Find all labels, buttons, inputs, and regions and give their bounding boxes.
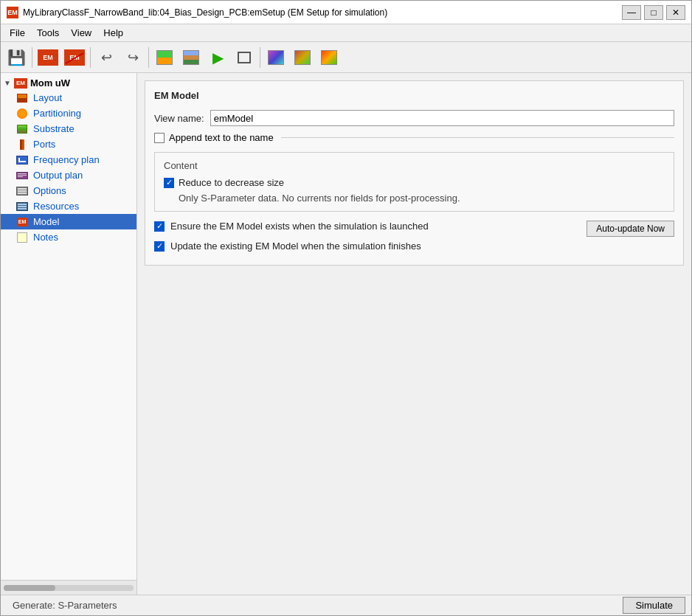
sidebar-spacer [1, 245, 136, 580]
window-icon: EM [7, 7, 18, 18]
toolbar-separator-2 [90, 47, 91, 68]
title-bar-left: EM MyLibraryClassF_NarrowBand_lib:04_Bia… [7, 7, 387, 18]
ensure-row: Ensure the EM Model exists when the simu… [154, 221, 581, 232]
sidebar-item-resources[interactable]: Resources [1, 198, 136, 214]
append-text-checkbox[interactable] [154, 133, 165, 143]
em-setup-button[interactable]: EM [35, 45, 60, 70]
reduce-checkbox[interactable] [164, 178, 174, 188]
view3d-button[interactable] [232, 45, 257, 70]
settings-button[interactable] [290, 45, 315, 70]
panel-title: EM Model [154, 90, 674, 101]
scroll-thumb [4, 585, 55, 591]
auto-update-button[interactable]: Auto-update Now [587, 221, 674, 237]
main-area: ▼ EM Mom uW Layout Partitioning [1, 73, 691, 595]
status-generate-text: Generate: S-Parameters [7, 600, 617, 611]
undo-button[interactable]: ↩ [94, 45, 119, 70]
tree-expand-icon: ▼ [4, 79, 11, 87]
simulate-button[interactable]: Simulate [623, 597, 685, 614]
window-title: MyLibraryClassF_NarrowBand_lib:04_Bias_D… [23, 7, 387, 18]
sidebar-label-layout: Layout [33, 92, 62, 103]
menu-tools[interactable]: Tools [31, 26, 65, 40]
sidebar-label-substrate: Substrate [33, 123, 75, 134]
sidebar-label-frequency-plan: Frequency plan [33, 154, 100, 165]
main-window: EM MyLibraryClassF_NarrowBand_lib:04_Bia… [0, 0, 692, 616]
redo-icon: ↪ [128, 49, 139, 66]
sidebar-label-output-plan: Output plan [33, 170, 83, 181]
sidebar-item-frequency-plan[interactable]: Frequency plan [1, 152, 136, 167]
sidebar-label-options: Options [33, 185, 66, 196]
toolbar-separator-1 [32, 47, 32, 68]
sidebar-root[interactable]: ▼ EM Mom uW [1, 73, 136, 90]
simulate-icon: ▶ [212, 49, 224, 66]
menu-file[interactable]: File [4, 26, 31, 40]
colorize-icon [268, 50, 284, 65]
view-name-input[interactable] [210, 110, 674, 126]
partition-nav-icon [15, 108, 29, 119]
sidebar: ▼ EM Mom uW Layout Partitioning [1, 73, 137, 595]
toolbar-separator-4 [260, 47, 260, 68]
menu-view[interactable]: View [65, 26, 97, 40]
title-bar: EM MyLibraryClassF_NarrowBand_lib:04_Bia… [1, 1, 691, 24]
reduce-row: Reduce to decrease size [164, 177, 665, 188]
update-checkbox[interactable] [154, 241, 165, 252]
settings-icon [294, 50, 311, 65]
ensure-checkbox[interactable] [154, 221, 165, 232]
append-text-line [281, 137, 674, 138]
view-name-label: View name: [154, 113, 204, 124]
sidebar-label-notes: Notes [33, 232, 58, 243]
sidebar-label-resources: Resources [33, 201, 79, 212]
update-row: Update the existing EM Model when the si… [154, 240, 581, 252]
only-s-param-text: Only S-Parameter data. No currents nor f… [179, 193, 665, 204]
em-setup-icon: EM [38, 49, 58, 66]
sidebar-root-label: Mom uW [30, 77, 70, 89]
sidebar-item-output-plan[interactable]: Output plan [1, 167, 136, 183]
freq-nav-icon [15, 155, 29, 165]
sidebar-item-ports[interactable]: Ports [1, 136, 136, 152]
export-button[interactable] [316, 45, 342, 70]
view-name-row: View name: [154, 110, 674, 126]
menu-bar: File Tools View Help [1, 24, 691, 42]
reduce-label: Reduce to decrease size [179, 177, 284, 188]
simulate-toolbar-button[interactable]: ▶ [205, 45, 230, 70]
resources-nav-icon [15, 201, 29, 212]
sidebar-item-options[interactable]: Options [1, 183, 136, 198]
update-label: Update the existing EM Model when the si… [170, 240, 421, 252]
title-controls: — □ ✕ [622, 5, 685, 20]
redo-button[interactable]: ↪ [120, 45, 145, 70]
notes-nav-icon [15, 232, 29, 243]
sidebar-item-notes[interactable]: Notes [1, 229, 136, 245]
substrate-button[interactable] [179, 45, 204, 70]
ensure-and-btn: Ensure the EM Model exists when the simu… [154, 221, 674, 256]
sidebar-label-model: Model [33, 216, 59, 227]
sidebar-label-partitioning: Partitioning [33, 108, 81, 119]
substrate-icon [183, 50, 199, 65]
em-cancel-icon: EM [69, 54, 80, 61]
menu-help[interactable]: Help [97, 26, 129, 40]
minimize-button[interactable]: — [622, 5, 641, 20]
view3d-icon [238, 52, 251, 63]
output-nav-icon [15, 170, 29, 181]
append-text-label: Append text to the name [169, 132, 274, 143]
ports-nav-icon [15, 139, 29, 150]
save-button[interactable]: 💾 [4, 45, 29, 70]
layout-button[interactable] [152, 45, 177, 70]
ensure-checks: Ensure the EM Model exists when the simu… [154, 221, 581, 256]
toolbar-separator-3 [148, 47, 149, 68]
sidebar-item-layout[interactable]: Layout [1, 90, 136, 105]
layout-icon [156, 50, 173, 65]
ensure-label: Ensure the EM Model exists when the simu… [170, 221, 429, 232]
substrate-nav-icon [15, 124, 29, 134]
sidebar-item-model[interactable]: EM Model [1, 214, 136, 229]
content-section-title: Content [164, 160, 665, 171]
content-area: EM Model View name: Append text to the n… [137, 73, 691, 595]
sidebar-item-partitioning[interactable]: Partitioning [1, 105, 136, 121]
sidebar-item-substrate[interactable]: Substrate [1, 121, 136, 136]
scroll-track [4, 585, 134, 591]
em-cancel-button[interactable]: EM [62, 45, 87, 70]
sidebar-scrollbar[interactable] [1, 580, 136, 595]
em-root-icon: EM [14, 78, 27, 89]
close-button[interactable]: ✕ [666, 5, 685, 20]
colorize-button[interactable] [263, 45, 288, 70]
sidebar-label-ports: Ports [33, 139, 55, 150]
maximize-button[interactable]: □ [644, 5, 663, 20]
